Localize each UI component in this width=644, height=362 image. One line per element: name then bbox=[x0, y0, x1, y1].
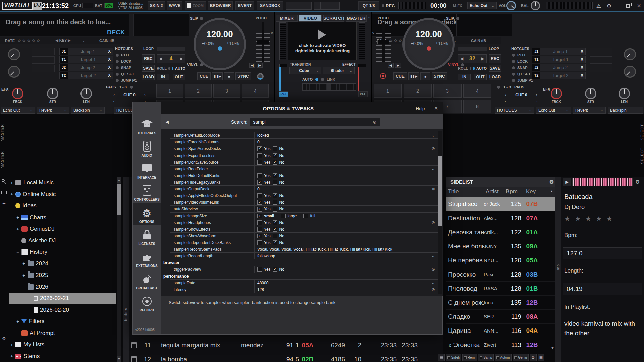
setting-row-samplerOutputDeck[interactable]: samplerOutputDeck0⊗ bbox=[170, 185, 438, 192]
setting-row-samplerHeadphones[interactable]: samplerHeadphonesYes✓No⊗ bbox=[170, 219, 438, 226]
preview-play-button[interactable]: ▶ bbox=[563, 178, 571, 186]
jump-row[interactable]: T2Target 2X bbox=[532, 72, 586, 79]
yes-checkbox[interactable]: ✓ bbox=[257, 207, 262, 212]
add-icon[interactable]: + bbox=[1, 200, 7, 207]
info-tab-label[interactable]: info bbox=[556, 264, 560, 272]
deck-knob-upper[interactable] bbox=[8, 48, 20, 60]
setting-row-samplerIndependentDeckBanks[interactable]: samplerIndependentDeckBanksYes✓No bbox=[170, 239, 438, 246]
pitch-thumb[interactable] bbox=[257, 40, 269, 44]
dialog-scrollbar[interactable] bbox=[438, 131, 442, 294]
sideview-panels-icon[interactable]: ▦ bbox=[538, 354, 544, 361]
sideview-toggle-sideli[interactable]: Sideli bbox=[446, 354, 461, 361]
help-link[interactable]: Help bbox=[416, 106, 425, 111]
crossfader[interactable] bbox=[302, 83, 356, 90]
deck-knob-lower[interactable] bbox=[624, 66, 636, 78]
search-clear-icon[interactable]: ⊗ bbox=[373, 119, 377, 125]
yes-checkbox[interactable]: ✓ bbox=[257, 146, 262, 151]
jump-row[interactable]: T1Target 1X bbox=[59, 56, 113, 63]
dialog-nav-controllers[interactable]: CONTROLLERS bbox=[133, 181, 161, 203]
efx-knob-str[interactable] bbox=[585, 88, 596, 99]
scroll-up-icon[interactable]: ▲ bbox=[117, 177, 121, 183]
dialog-nav-options[interactable]: ⚙OPTIONS bbox=[133, 203, 161, 225]
toolbar-button-browser[interactable]: BROWSER bbox=[208, 1, 233, 10]
no-checkbox[interactable] bbox=[273, 234, 277, 238]
yes-checkbox[interactable] bbox=[257, 193, 262, 198]
loop-save-button[interactable]: SAVE bbox=[489, 65, 501, 72]
scroll-down-icon[interactable]: ▼ bbox=[117, 356, 121, 362]
fx-slot-select[interactable]: Echo Out⌄ bbox=[1, 107, 35, 114]
close-window-button[interactable]: × bbox=[636, 2, 642, 9]
tracklist-row[interactable]: 11tequila margarita mixmendez91.105A6249… bbox=[129, 338, 443, 352]
reset-setting-icon[interactable]: ⊗ bbox=[431, 287, 435, 292]
tree-expander[interactable]: − bbox=[21, 284, 26, 289]
setting-row-samplerExportLossless[interactable]: samplerExportLosslessYes✓No bbox=[170, 152, 438, 159]
deck-track-info[interactable]: Drag a song on this deck to loa...DECK 1 bbox=[0, 14, 129, 36]
deck-target-icon[interactable] bbox=[380, 73, 386, 79]
tree-item-history[interactable]: −History bbox=[9, 246, 116, 258]
cue-button[interactable]: CUE bbox=[393, 72, 407, 80]
tree-item-ask-the-dj[interactable]: Ask the DJ bbox=[9, 235, 116, 247]
dialog-nav-record[interactable]: RECORD bbox=[133, 292, 161, 313]
sync-button[interactable]: SYNC bbox=[235, 72, 251, 80]
tree-scrollbar[interactable]: ▲▼ bbox=[117, 177, 121, 362]
setting-row-triggerPadView[interactable]: triggerPadViewYes✓No⊗ bbox=[170, 266, 438, 273]
sideview-toggle-autom[interactable]: Autom bbox=[495, 354, 512, 361]
sync-button[interactable]: SYNC bbox=[432, 72, 447, 80]
sidelist-row[interactable]: Мне не боль...JONY13509A bbox=[446, 239, 555, 253]
fader-thumb[interactable] bbox=[279, 64, 287, 67]
no-checkbox[interactable] bbox=[273, 200, 277, 205]
yes-checkbox[interactable] bbox=[257, 227, 262, 232]
performance-pad-2[interactable]: 2 bbox=[404, 84, 432, 98]
nudge-fwd-button[interactable]: ▶ bbox=[257, 63, 263, 68]
back-arrow-icon[interactable]: ◀ bbox=[165, 119, 169, 124]
jump-clear-button[interactable]: X bbox=[581, 57, 585, 62]
cue-button[interactable]: CUE bbox=[197, 72, 211, 80]
dialog-nav-interface[interactable]: INTERFACE bbox=[133, 159, 161, 181]
tree-expander[interactable]: − bbox=[9, 203, 14, 208]
loop-double-button[interactable]: ▶ bbox=[481, 56, 484, 61]
efx-knob-str[interactable] bbox=[47, 88, 58, 99]
deck2-volume-fader[interactable] bbox=[358, 64, 366, 90]
tree-expander[interactable]: + bbox=[9, 354, 14, 359]
pads-cue-selector[interactable]: ‹CUE 0› bbox=[505, 92, 537, 98]
loop-load-button[interactable]: LOAD bbox=[142, 74, 155, 80]
setting-row-samplerDefaultLoopMode[interactable]: samplerDefaultLoopModelocked⌄ bbox=[170, 132, 438, 138]
yes-checkbox[interactable] bbox=[257, 160, 262, 165]
hotcue-option-jumpp1[interactable]: JUMP P1 bbox=[116, 78, 137, 82]
tree-expander[interactable]: + bbox=[21, 261, 26, 266]
loop-double-button[interactable]: ▶ bbox=[180, 56, 183, 61]
tree-expander[interactable]: − bbox=[15, 250, 20, 255]
play-pause-button[interactable]: ❚❚▶ bbox=[212, 72, 223, 80]
fx-slot-select[interactable]: Backspin⌄ bbox=[71, 107, 105, 114]
hotcue-option-poi[interactable]: P.O.I. bbox=[116, 53, 130, 57]
yes-checkbox[interactable] bbox=[257, 153, 262, 158]
cue-prev-icon[interactable]: ‹ bbox=[113, 93, 115, 97]
sideview-grid-icon[interactable]: ▤ bbox=[438, 354, 445, 361]
tab-video[interactable]: VIDEO bbox=[299, 15, 322, 22]
chevron-down-icon[interactable]: ⌄ bbox=[431, 280, 435, 285]
reset-setting-icon[interactable]: ⊗ bbox=[431, 220, 435, 225]
jump-clear-button[interactable]: X bbox=[108, 49, 113, 54]
column-header-artist[interactable]: Artist bbox=[486, 188, 505, 195]
bank-prev-icon[interactable]: ‹ bbox=[113, 99, 115, 104]
auto-link-row[interactable]: AUTOLINK bbox=[302, 77, 342, 82]
performance-pad-8[interactable]: 8 bbox=[463, 100, 491, 113]
efx-knob-fbck[interactable] bbox=[551, 88, 562, 99]
slip-control[interactable]: SLIP bbox=[190, 16, 210, 21]
option-checkbox-full[interactable] bbox=[303, 214, 308, 218]
performance-pad-4[interactable]: 4 bbox=[242, 84, 269, 98]
tree-item-geniusdj[interactable]: +GeniusDJ bbox=[9, 223, 116, 235]
sideview-toggle-samp[interactable]: Samp bbox=[478, 354, 494, 361]
tab-mixer[interactable]: MIXER bbox=[276, 15, 298, 22]
cue-prev-icon[interactable]: ‹ bbox=[505, 93, 506, 97]
sort-icon[interactable]: ▲ bbox=[550, 189, 553, 193]
setting-row-samplerHideDefaultBanks[interactable]: samplerHideDefaultBanksYes✓No bbox=[170, 172, 438, 179]
loop-state-icon[interactable] bbox=[257, 73, 264, 80]
no-checkbox[interactable]: ✓ bbox=[273, 160, 277, 165]
sidelist-row[interactable]: Stupidiscoor Jack12507B bbox=[446, 197, 555, 211]
yes-checkbox[interactable] bbox=[257, 220, 262, 225]
fader-thumb[interactable] bbox=[358, 64, 366, 67]
toolbar-button-skin2[interactable]: SKIN 2 bbox=[148, 1, 165, 10]
jump-clear-button[interactable]: X bbox=[108, 65, 113, 70]
loop-in-button[interactable]: IN bbox=[157, 74, 169, 80]
